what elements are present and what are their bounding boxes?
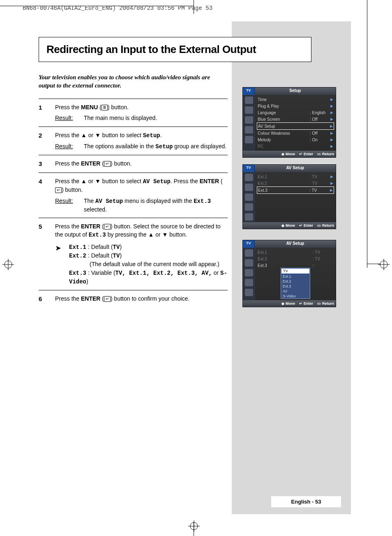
dropdown-option: Ext.1: [281, 274, 310, 279]
step-1: 1 Press the MENU (Ⅲ) button. Result: The…: [39, 99, 228, 127]
tv-menu-row: Blue Screen: Off▶: [257, 116, 334, 122]
step-text: Press the ▲ or ▼ button to select AV Set…: [55, 178, 223, 193]
tv-tab: TV: [243, 165, 255, 172]
tv-menu-row: Ext.1: TV: [257, 249, 334, 255]
dropdown-option: Ext.3: [281, 284, 310, 289]
step-text: Press the ▲ or ▼ button to select Setup.: [55, 132, 162, 138]
enter-hint: ↵ Enter: [299, 301, 313, 306]
enter-hint: ↵ Enter: [299, 223, 313, 228]
dropdown-option: TV: [281, 268, 310, 274]
tv-menu-title: AV Setup: [255, 240, 336, 248]
move-hint: ◆ Move: [281, 301, 295, 306]
tv-menu-row: Ext.2: TV▶: [257, 180, 334, 186]
tv-menu-row: Language: English▶: [257, 109, 334, 116]
tv-menu-row: PC▶: [257, 143, 334, 150]
intro-text: Your television enables you to choose wh…: [39, 73, 228, 90]
tv-tab: TV: [243, 240, 255, 248]
step-4: 4 Press the ▲ or ▼ button to select AV S…: [39, 173, 228, 218]
page-number: English - 53: [271, 496, 341, 507]
step-2: 2 Press the ▲ or ▼ button to select Setu…: [39, 127, 228, 156]
tv-menu-category-icons: [243, 248, 255, 300]
step-number: 5: [39, 222, 55, 286]
enter-button-icon: ↵: [104, 161, 111, 167]
print-header: BN68-00746A(GAIA2_Euro_ENG) 2004/08/23 0…: [23, 5, 212, 12]
tv-menu-title: Setup: [255, 87, 336, 95]
crop-rule-right: [367, 0, 367, 268]
tv-menu-footer: ◆ Move ↵ Enter ▭ Return: [243, 151, 336, 157]
pointer-icon: ➤: [55, 243, 69, 286]
tv-menu-setup: TV Setup Time▶Plug & Play▶Language: Engl…: [242, 87, 336, 158]
step-number: 1: [39, 103, 55, 122]
registration-mark-left: [2, 259, 14, 270]
result-label: Result:: [55, 114, 84, 122]
registration-mark-bottom: [188, 520, 200, 532]
tv-menu-title: AV Setup: [255, 165, 336, 172]
tv-menu-row: Ext.3: TV▶: [257, 186, 334, 194]
step-number: 4: [39, 177, 55, 214]
step-5-options: Ext.1 : Default (TV) Ext.2 : Default (TV…: [69, 243, 228, 286]
page-title: Redirecting an Input to the External Out…: [46, 43, 304, 56]
step-number: 2: [39, 131, 55, 151]
return-hint: ▭ Return: [317, 223, 334, 228]
step-number: 3: [39, 159, 55, 168]
steps-list: 1 Press the MENU (Ⅲ) button. Result: The…: [39, 99, 228, 308]
enter-hint: ↵ Enter: [299, 152, 313, 156]
tv-menu-avsetup-dropdown: TV AV Setup Ext.1: TVExt.2: TVExt.3: TVE…: [242, 240, 336, 307]
return-hint: ▭ Return: [317, 301, 334, 306]
result-text: The AV Setup menu is displayed with the …: [84, 197, 228, 214]
page-title-box: Redirecting an Input to the External Out…: [39, 37, 311, 62]
result-text: The options available in the Setup group…: [84, 142, 226, 151]
step-number: 6: [39, 294, 55, 304]
step-text: Press the MENU (Ⅲ) button.: [55, 104, 129, 110]
step-text: Press the ENTER (↵) button. Select the s…: [55, 223, 221, 238]
enter-button-icon: ↵: [55, 187, 62, 193]
tv-menu-footer: ◆ Move ↵ Enter ▭ Return: [243, 222, 336, 229]
tv-tab: TV: [243, 87, 255, 95]
tv-menu-row: AV Setup▶: [257, 122, 334, 130]
tv-menu-row: Ext.1: TV▶: [257, 173, 334, 180]
tv-menu-row: Colour Weakness: Off▶: [257, 130, 334, 136]
step-text: Press the ENTER (↵) button to confirm yo…: [55, 295, 189, 302]
dropdown-option: AV: [281, 289, 310, 294]
dropdown-option: Ext.2: [281, 279, 310, 284]
tv-menu-row: Plug & Play▶: [257, 103, 334, 109]
result-text: The main menu is displayed.: [84, 114, 157, 122]
return-hint: ▭ Return: [317, 152, 334, 156]
step-text: Press the ENTER (↵) button.: [55, 160, 131, 167]
tv-menu-row: Melody: On▶: [257, 136, 334, 143]
move-hint: ◆ Move: [281, 223, 295, 228]
tv-menu-row: Time▶: [257, 96, 334, 103]
dropdown-option: S-Video: [281, 294, 310, 299]
step-3: 3 Press the ENTER (↵) button.: [39, 155, 228, 173]
step-5: 5 Press the ENTER (↵) button. Select the…: [39, 218, 228, 290]
result-label: Result:: [55, 197, 84, 214]
enter-button-icon: ↵: [104, 296, 111, 302]
registration-mark-right: [378, 259, 390, 270]
result-label: Result:: [55, 142, 84, 151]
enter-button-icon: ↵: [104, 224, 111, 230]
move-hint: ◆ Move: [281, 152, 295, 156]
menu-button-icon: Ⅲ: [101, 105, 108, 110]
step-6: 6 Press the ENTER (↵) button to confirm …: [39, 290, 228, 308]
tv-menu-category-icons: [243, 95, 255, 151]
tv-menu-row: Ext.2: TV: [257, 255, 334, 262]
tv-menu-avsetup: TV AV Setup Ext.1: TV▶Ext.2: TV▶Ext.3: T…: [242, 164, 336, 229]
source-dropdown: TVExt.1Ext.2Ext.3AVS-Video: [281, 268, 310, 299]
tv-menu-category-icons: [243, 172, 255, 222]
tv-menu-footer: ◆ Move ↵ Enter ▭ Return: [243, 300, 336, 307]
